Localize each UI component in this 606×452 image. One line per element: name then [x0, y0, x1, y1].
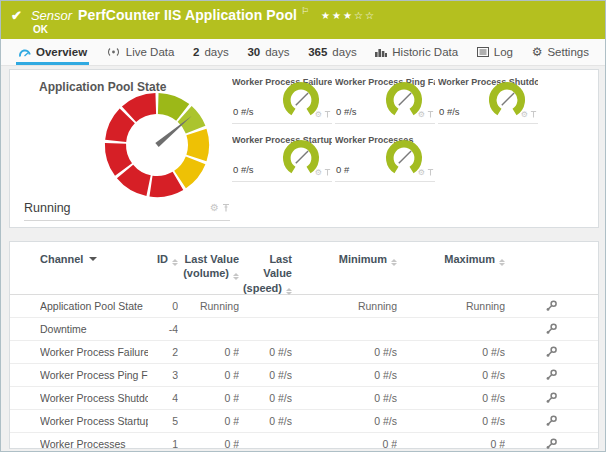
pin-icon[interactable]	[427, 168, 434, 177]
tab-log[interactable]: Log	[475, 39, 515, 65]
sensor-header: ✔ Sensor PerfCounter IIS Application Poo…	[1, 1, 605, 39]
column-header-last-value-speed[interactable]: Last Value (speed)	[239, 252, 292, 295]
channel-settings-wrench-icon[interactable]	[545, 392, 558, 405]
prtg-sensor-page: ✔ Sensor PerfCounter IIS Application Poo…	[0, 0, 606, 452]
channel-settings-wrench-icon[interactable]	[545, 438, 558, 451]
tab-2-days[interactable]: 2 days	[191, 39, 231, 65]
gauge-worker-processes: Worker Processes 0 # ⚙	[335, 132, 435, 182]
tab-historic-data[interactable]: Historic Data	[373, 39, 460, 65]
column-header-id[interactable]: ID	[148, 252, 178, 295]
channel-settings-wrench-icon[interactable]	[545, 369, 558, 382]
pin-icon[interactable]	[324, 168, 331, 177]
table-header-row: Channel ID Last Value (volume) Last Valu…	[10, 242, 598, 295]
channel-settings-wrench-icon[interactable]	[545, 415, 558, 428]
gauge-worker-process-startup-failures: Worker Process Startup Failu... 0 #/s ⚙	[232, 132, 332, 182]
table-row: Worker Process Failures 2 0 # 0 #/s 0 #/…	[10, 340, 598, 363]
bar-chart-icon	[375, 47, 387, 57]
channel-settings-wrench-icon[interactable]	[545, 300, 558, 313]
pin-icon[interactable]	[427, 110, 434, 119]
channel-settings-wrench-icon[interactable]	[545, 323, 558, 336]
sensor-kind-label: Sensor	[31, 8, 72, 23]
tab-live-data[interactable]: Live Data	[104, 39, 177, 65]
gauge-worker-process-shutdown-failures: Worker Process Shutdown Fa... 0 #/s ⚙	[438, 74, 538, 124]
small-gauges-grid: Worker Process Failures 0 #/s ⚙ Worker P…	[232, 74, 538, 182]
gear-icon[interactable]: ⚙	[315, 169, 322, 177]
log-icon	[477, 47, 489, 57]
sensor-title: PerfCounter IIS Application Pool	[78, 7, 297, 23]
table-row: Worker Process Shutdo... 4 0 # 0 #/s 0 #…	[10, 386, 598, 409]
flag-icon: ⚐	[301, 6, 309, 16]
column-header-maximum[interactable]: Maximum	[397, 252, 505, 295]
table-row: Worker Process Ping Fa... 3 0 # 0 #/s 0 …	[10, 363, 598, 386]
gauge-icon	[18, 47, 31, 58]
sensor-status-badge: OK	[33, 24, 605, 35]
tab-30-days[interactable]: 30 days	[245, 39, 291, 65]
gear-icon[interactable]: ⚙	[210, 203, 219, 213]
gear-icon: ⚙	[532, 46, 543, 58]
channel-settings-wrench-icon[interactable]	[545, 346, 558, 359]
tab-overview[interactable]: Overview	[16, 39, 89, 65]
main-gauge-status: Running	[24, 201, 71, 215]
gauge-worker-process-failures: Worker Process Failures 0 #/s ⚙	[232, 74, 332, 124]
status-ok-check-icon: ✔	[11, 8, 22, 23]
table-body: Application Pool State 0 Running Running…	[10, 295, 598, 452]
tab-bar: Overview Live Data 2 days 30 days 365 da…	[1, 39, 605, 66]
tab-settings[interactable]: ⚙ Settings	[530, 39, 591, 65]
column-header-minimum[interactable]: Minimum	[292, 252, 397, 295]
sort-desc-icon	[89, 257, 97, 261]
pin-icon[interactable]	[530, 110, 537, 119]
column-header-channel[interactable]: Channel	[40, 252, 148, 295]
main-gauge-status-row: Running ⚙	[24, 201, 230, 221]
priority-stars[interactable]: ★★★☆☆	[321, 10, 376, 21]
pin-icon[interactable]	[324, 110, 331, 119]
gauge-worker-process-ping-failures: Worker Process Ping Failures 0 #/s ⚙	[335, 74, 435, 124]
gear-icon[interactable]: ⚙	[418, 111, 425, 119]
table-row: Application Pool State 0 Running Running…	[10, 295, 598, 317]
live-data-icon	[106, 47, 121, 57]
gear-icon[interactable]: ⚙	[315, 111, 322, 119]
tab-365-days[interactable]: 365 days	[306, 39, 358, 65]
gear-icon[interactable]: ⚙	[418, 169, 425, 177]
sensor-header-line: ✔ Sensor PerfCounter IIS Application Poo…	[1, 1, 605, 23]
application-pool-state-gauge	[98, 86, 216, 204]
table-row: Worker Processes 1 0 # 0 # 0 #	[10, 432, 598, 452]
channels-table-panel: Channel ID Last Value (volume) Last Valu…	[9, 241, 599, 449]
gauges-panel: Application Pool State Running ⚙ Worker …	[9, 69, 599, 228]
gear-icon[interactable]: ⚙	[521, 111, 528, 119]
table-row: Downtime -4	[10, 317, 598, 340]
main-gauge-controls: ⚙	[210, 203, 230, 213]
table-row: Worker Process Startup... 5 0 # 0 #/s 0 …	[10, 409, 598, 432]
column-header-last-value-volume[interactable]: Last Value (volume)	[178, 252, 239, 295]
pin-icon[interactable]	[222, 203, 230, 213]
